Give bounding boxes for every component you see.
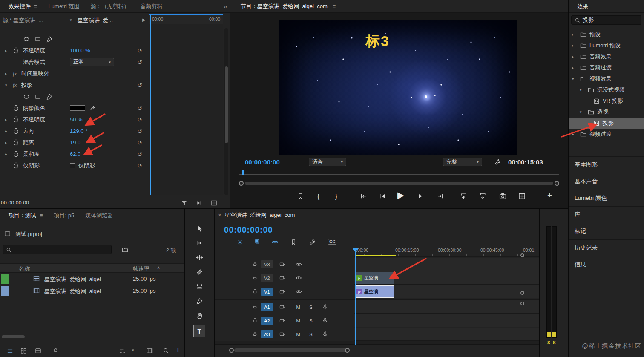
stopwatch-icon[interactable] bbox=[13, 128, 19, 134]
solo-button[interactable]: S bbox=[308, 304, 314, 311]
keyframe-ruler[interactable]: 00:00 00:00 bbox=[150, 15, 223, 24]
button-editor-plus[interactable]: + bbox=[547, 191, 552, 200]
automate-to-sequence-button[interactable] bbox=[147, 348, 153, 354]
param-value[interactable]: 50 % bbox=[70, 116, 83, 123]
zoom-handle-left[interactable] bbox=[229, 348, 234, 353]
mark-out-button[interactable]: } bbox=[335, 193, 337, 200]
track-a1-lane[interactable] bbox=[354, 300, 539, 314]
scrollbar-handle-left[interactable] bbox=[239, 181, 244, 186]
scrollbar-handle-right[interactable] bbox=[555, 181, 559, 186]
shadow-color-swatch[interactable] bbox=[70, 105, 85, 111]
timeline-timecode[interactable]: 00:00:00:00 bbox=[224, 225, 273, 235]
keyframe-playhead[interactable] bbox=[150, 15, 151, 195]
source-patch-icon[interactable] bbox=[279, 288, 286, 295]
play-audio-icon[interactable] bbox=[196, 200, 202, 206]
column-header-name[interactable]: 名称 bbox=[19, 265, 30, 273]
reset-param-icon[interactable]: ↺ bbox=[137, 162, 142, 169]
tree-item-drop-shadow-effect[interactable]: 投影 bbox=[569, 118, 644, 129]
tab-lumetri-scopes[interactable]: Lumetri 范围 bbox=[43, 0, 85, 12]
mute-button[interactable]: M bbox=[295, 304, 302, 311]
snap-magnet-icon[interactable] bbox=[254, 239, 260, 245]
reset-param-icon[interactable]: ↺ bbox=[137, 139, 142, 146]
chevron-right-icon[interactable]: ▸ bbox=[572, 66, 577, 70]
program-seek-ruler[interactable] bbox=[239, 170, 559, 175]
label-color-chip[interactable] bbox=[1, 274, 9, 284]
tab-media-browser[interactable]: 媒体浏览器 bbox=[80, 209, 118, 222]
solo-left-button[interactable]: S bbox=[547, 340, 550, 345]
stopwatch-icon[interactable] bbox=[13, 116, 19, 123]
track-scroll-handle[interactable] bbox=[520, 253, 524, 257]
track-output-eye-icon[interactable] bbox=[296, 288, 302, 295]
source-patch-icon[interactable] bbox=[279, 261, 286, 268]
stopwatch-icon[interactable] bbox=[13, 162, 19, 169]
chevron-down-icon[interactable]: ▾ bbox=[580, 88, 585, 92]
solo-right-button[interactable]: S bbox=[553, 340, 556, 345]
panel-tab-lumetri-color[interactable]: Lumetri 颜色 bbox=[569, 190, 644, 207]
tab-project-test[interactable]: 项目：测试 ≡ bbox=[3, 209, 48, 222]
export-frame-button[interactable] bbox=[499, 193, 506, 200]
tree-item-vr-shadow-effect[interactable]: VR 投影 bbox=[569, 95, 644, 107]
rectangle-mask-icon[interactable] bbox=[34, 36, 41, 43]
panel-tab-essential-sound[interactable]: 基本声音 bbox=[569, 173, 644, 190]
slip-tool-button[interactable] bbox=[193, 280, 205, 292]
chevron-down-icon[interactable]: ▾ bbox=[572, 77, 577, 81]
solo-button[interactable]: S bbox=[308, 317, 314, 324]
label-color-chip[interactable] bbox=[1, 286, 9, 296]
project-search-box[interactable] bbox=[3, 245, 112, 254]
add-marker-icon[interactable] bbox=[290, 239, 297, 245]
scrollbar-track[interactable] bbox=[245, 182, 553, 185]
clip-v2-graphic[interactable]: fx 星空演 bbox=[355, 272, 394, 284]
new-search-bin-icon[interactable] bbox=[122, 247, 128, 253]
close-tab-icon[interactable]: × bbox=[218, 212, 221, 218]
extract-button[interactable] bbox=[479, 193, 486, 200]
reset-effect-icon[interactable]: ↺ bbox=[137, 82, 142, 89]
panel-tab-info[interactable]: 信息 bbox=[569, 256, 644, 273]
step-forward-button[interactable] bbox=[417, 193, 425, 200]
lock-icon[interactable] bbox=[252, 317, 258, 323]
program-monitor-title[interactable]: 节目：星空演讲_爱给网_aigei_com bbox=[241, 0, 328, 12]
go-to-in-button[interactable] bbox=[360, 193, 367, 200]
track-label-v3[interactable]: V3 bbox=[261, 260, 273, 268]
chevron-down-icon[interactable]: ▾ bbox=[132, 348, 134, 352]
tree-item-audio-effects[interactable]: ▸ 音频效果 bbox=[569, 51, 644, 62]
chevron-down-icon[interactable]: ▾ bbox=[580, 110, 585, 114]
playhead-line[interactable] bbox=[355, 251, 356, 345]
panel-menu-icon[interactable]: ≡ bbox=[298, 212, 302, 218]
reset-param-icon[interactable]: ↺ bbox=[137, 151, 142, 158]
track-output-eye-icon[interactable] bbox=[296, 275, 302, 281]
stopwatch-icon[interactable] bbox=[13, 105, 19, 111]
selection-tool-button[interactable] bbox=[193, 222, 205, 234]
tab-project-p5[interactable]: 项目: p5 bbox=[49, 209, 80, 222]
playhead-timecode[interactable]: 00:00:00:00 bbox=[1, 200, 29, 206]
list-view-button[interactable] bbox=[7, 348, 13, 354]
pen-tool-button[interactable] bbox=[193, 295, 205, 307]
track-scroll-handle[interactable] bbox=[520, 291, 524, 295]
tree-item-video-transitions[interactable]: ▸ 视频过渡 bbox=[569, 129, 644, 140]
icon-view-button[interactable] bbox=[20, 348, 27, 354]
tree-item-perspective[interactable]: ▾ 透视 bbox=[569, 107, 644, 118]
sequence-clip-selector[interactable]: 星空演讲_爱... bbox=[78, 17, 113, 24]
zoom-slider-track[interactable] bbox=[51, 351, 100, 351]
chevron-right-icon[interactable]: ▸ bbox=[572, 132, 577, 136]
lock-icon[interactable] bbox=[252, 288, 258, 294]
panel-tab-history[interactable]: 历史记录 bbox=[569, 240, 644, 256]
stopwatch-icon[interactable] bbox=[13, 139, 19, 146]
reset-param-icon[interactable]: ↺ bbox=[137, 47, 142, 54]
shadow-only-checkbox[interactable] bbox=[70, 163, 75, 168]
panel-tab-libraries[interactable]: 库 bbox=[569, 207, 644, 223]
param-value[interactable]: 100.0 % bbox=[70, 47, 90, 54]
program-zoom-scrollbar[interactable] bbox=[239, 181, 559, 186]
tree-item-immersive-video[interactable]: ▾ 沉浸式视频 bbox=[569, 84, 644, 95]
captions-cc-icon[interactable]: CC bbox=[328, 239, 336, 245]
filter-properties-icon[interactable] bbox=[181, 200, 187, 206]
chevron-right-icon[interactable]: ▸ bbox=[5, 141, 13, 145]
play-button[interactable]: ▶ bbox=[397, 190, 404, 200]
chevron-right-icon[interactable]: ▸ bbox=[572, 43, 577, 48]
reset-param-icon[interactable]: ↺ bbox=[137, 59, 142, 66]
info-icon[interactable]: i bbox=[177, 347, 179, 354]
pan-zoom-icon[interactable] bbox=[211, 200, 217, 206]
panel-menu-icon[interactable]: ≡ bbox=[40, 212, 43, 219]
insert-nest-toggle-icon[interactable] bbox=[237, 239, 243, 245]
linked-selection-icon[interactable] bbox=[272, 239, 278, 245]
chevron-right-icon[interactable]: ▸ bbox=[5, 118, 13, 122]
